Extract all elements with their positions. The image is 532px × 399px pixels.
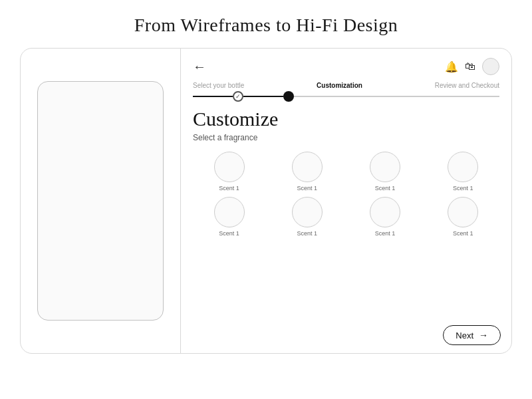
scent-circle-6[interactable] [292,197,323,227]
scent-label-6: Scent 1 [297,230,318,237]
scent-circle-8[interactable] [448,197,478,227]
scent-label-7: Scent 1 [375,230,396,237]
progress-track: ✓ [193,92,499,101]
main-card: ← 🔔 🛍 Select your bottle Customization R… [20,48,512,354]
scent-circle-4[interactable] [448,152,478,182]
progress-line-todo [294,96,499,97]
left-panel-wireframe [21,49,180,353]
content-area: Customize Select a fragrance Scent 1 Sce… [181,101,511,320]
page-title: From Wireframes to Hi-Fi Design [134,15,398,36]
scent-grid: Scent 1 Scent 1 Scent 1 Scent 1 Scent 1 [193,152,499,237]
progress-labels: Select your bottle Customization Review … [193,82,499,89]
top-bar: ← 🔔 🛍 [181,49,511,75]
bell-icon[interactable]: 🔔 [445,61,458,73]
step3-label: Review and Checkout [435,82,499,89]
next-button-label: Next [456,331,473,340]
back-button[interactable]: ← [193,59,205,74]
scent-label-8: Scent 1 [453,230,473,237]
list-item: Scent 1 [427,152,499,192]
scent-circle-7[interactable] [370,197,400,227]
step1-dot: ✓ [233,91,243,102]
bag-icon[interactable]: 🛍 [465,61,475,72]
step2-label: Customization [317,82,362,89]
next-arrow-icon: → [479,330,488,340]
next-button[interactable]: Next → [443,325,501,345]
top-bar-icons: 🔔 🛍 [445,58,499,75]
scent-circle-1[interactable] [214,152,245,182]
list-item: Scent 1 [427,197,499,237]
step1-label: Select your bottle [193,82,244,89]
list-item: Scent 1 [349,152,422,192]
customize-title: Customize [193,108,499,130]
tablet-wireframe [37,81,164,321]
progress-area: Select your bottle Customization Review … [181,75,511,101]
right-panel-hifi: ← 🔔 🛍 Select your bottle Customization R… [181,49,511,353]
progress-line-done [193,96,233,97]
scent-label-1: Scent 1 [219,185,239,192]
scent-label-2: Scent 1 [297,185,318,192]
avatar[interactable] [482,58,499,75]
customize-subtitle: Select a fragrance [193,133,499,142]
list-item: Scent 1 [271,197,343,237]
list-item: Scent 1 [193,152,265,192]
scent-circle-2[interactable] [292,152,323,182]
scent-label-5: Scent 1 [219,230,239,237]
scent-circle-3[interactable] [370,152,400,182]
list-item: Scent 1 [349,197,422,237]
list-item: Scent 1 [271,152,343,192]
step2-dot [283,91,294,102]
progress-line-active [243,96,283,97]
scent-label-3: Scent 1 [375,185,396,192]
bottom-bar: Next → [181,320,511,353]
scent-circle-5[interactable] [214,197,245,227]
scent-label-4: Scent 1 [453,185,473,192]
list-item: Scent 1 [193,197,265,237]
